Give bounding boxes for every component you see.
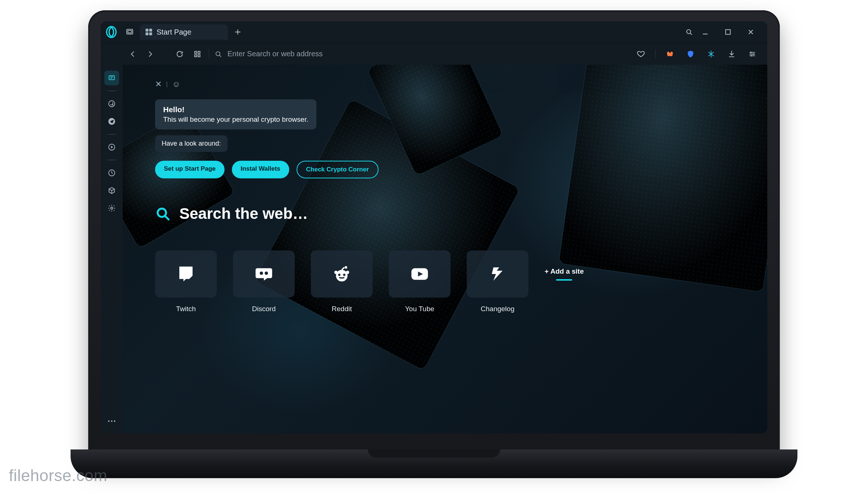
svg-point-22	[114, 420, 115, 422]
snowflake-extension-icon[interactable]	[705, 48, 717, 60]
address-bar[interactable]: Enter Search or web address	[214, 50, 630, 58]
svg-rect-7	[198, 51, 200, 53]
search-heading-text: Search the web…	[179, 205, 308, 223]
svg-point-21	[111, 420, 112, 422]
toolbar-separator	[655, 50, 656, 58]
sidebar-item-cube[interactable]	[104, 183, 119, 198]
speed-dial-icon	[146, 29, 152, 35]
tab-start-page[interactable]: Start Page	[140, 24, 228, 40]
laptop-base	[71, 449, 797, 478]
laptop-lid: Start Page	[88, 10, 780, 459]
workspaces-button[interactable]	[123, 26, 136, 38]
watermark-text: filehorse.com	[9, 466, 107, 485]
svg-point-12	[753, 53, 754, 55]
browser-chrome: Start Page	[101, 21, 767, 65]
opera-logo[interactable]	[103, 24, 120, 40]
changelog-icon	[488, 264, 507, 284]
sidebar-divider	[107, 90, 116, 91]
svg-point-15	[109, 101, 115, 107]
toolbar: Enter Search or web address	[101, 43, 767, 65]
svg-point-19	[111, 207, 113, 209]
greeting-bubble: Hello! This will become your personal cr…	[155, 99, 316, 129]
svg-rect-9	[198, 54, 200, 57]
greeting-hint: Have a look around:	[155, 135, 227, 152]
check-crypto-corner-button[interactable]: Check Crypto Corner	[297, 161, 379, 178]
sidebar	[101, 65, 123, 433]
sidebar-item-player[interactable]	[104, 140, 119, 154]
cta-row: Set up Start Page Instal Wallets Check C…	[155, 161, 744, 178]
search-icon	[214, 50, 222, 58]
sidebar-divider	[107, 134, 116, 135]
svg-point-27	[334, 271, 338, 274]
laptop-mockup: Start Page	[88, 10, 780, 478]
search-icon	[155, 206, 171, 221]
reload-button[interactable]	[173, 48, 186, 60]
downloads-button[interactable]	[725, 48, 738, 60]
greeting-subtitle: This will become your personal crypto br…	[163, 115, 308, 124]
speed-dial-discord[interactable]: Discord	[233, 250, 295, 313]
bookmark-heart-button[interactable]	[635, 48, 647, 60]
tab-strip: Start Page	[101, 21, 767, 43]
svg-point-4	[687, 30, 691, 34]
sidebar-item-history[interactable]	[104, 166, 119, 180]
greeting-card: Hello! This will become your personal cr…	[155, 99, 744, 178]
speed-dial-changelog[interactable]: Changelog	[467, 250, 528, 313]
svg-rect-6	[195, 51, 197, 53]
maximize-button[interactable]	[722, 26, 734, 38]
close-button[interactable]	[745, 26, 757, 38]
close-greeting-button[interactable]: ✕	[155, 79, 162, 89]
emoji-icon[interactable]: ☺	[172, 79, 180, 89]
speed-dial-reddit[interactable]: Reddit	[311, 250, 373, 313]
svg-point-24	[336, 270, 348, 282]
svg-point-1	[109, 28, 114, 36]
svg-rect-8	[195, 54, 197, 57]
install-wallets-button[interactable]: Instal Wallets	[232, 161, 289, 178]
setup-start-page-button[interactable]: Set up Start Page	[155, 161, 225, 178]
speed-dial-label: You Tube	[405, 305, 434, 313]
new-tab-button[interactable]	[232, 26, 244, 38]
tab-title: Start Page	[157, 28, 191, 36]
twitch-icon	[176, 264, 196, 284]
speed-dial-shortcut[interactable]	[191, 48, 204, 60]
svg-rect-5	[726, 30, 731, 35]
add-site-label: + Add a site	[545, 267, 584, 275]
svg-point-26	[343, 274, 345, 276]
sidebar-item-settings[interactable]	[104, 201, 119, 216]
sidebar-more-button[interactable]	[104, 416, 119, 427]
discord-icon	[254, 264, 274, 284]
shield-extension-icon[interactable]	[684, 48, 697, 60]
sidebar-divider	[107, 160, 116, 160]
svg-rect-14	[109, 76, 115, 80]
speed-dial-row: Twitch Discord Reddit You Tube	[155, 250, 744, 313]
speed-dial-twitch[interactable]: Twitch	[155, 250, 217, 313]
browser-window: Start Page	[101, 21, 767, 433]
greeting-toolbar: ✕ | ☺	[155, 79, 744, 89]
easy-setup-button[interactable]	[746, 48, 758, 60]
speed-dial-label: Changelog	[481, 305, 514, 313]
speed-dial-label: Discord	[252, 305, 276, 313]
svg-point-25	[338, 274, 340, 276]
back-button[interactable]	[126, 48, 139, 60]
sidebar-item-crypto[interactable]	[104, 71, 119, 85]
svg-rect-3	[128, 31, 132, 33]
window-controls	[699, 26, 764, 38]
svg-point-13	[751, 55, 752, 56]
speed-dial-label: Twitch	[176, 305, 196, 313]
address-placeholder: Enter Search or web address	[227, 50, 323, 58]
speed-dial-youtube[interactable]: You Tube	[389, 250, 451, 313]
sidebar-item-telegram[interactable]	[104, 114, 119, 129]
forward-button[interactable]	[144, 48, 157, 60]
reddit-icon	[332, 264, 352, 284]
speed-dial-label: Reddit	[332, 305, 352, 313]
youtube-icon	[410, 264, 430, 284]
search-tabs-button[interactable]	[683, 26, 695, 38]
minimize-button[interactable]	[699, 26, 711, 38]
svg-point-11	[750, 51, 752, 53]
svg-point-29	[345, 266, 347, 268]
search-heading[interactable]: Search the web…	[155, 205, 744, 223]
add-site-button[interactable]: + Add a site	[545, 250, 584, 298]
svg-point-20	[108, 420, 110, 422]
start-page-content: ✕ | ☺ Hello! This will become your perso…	[123, 65, 767, 433]
wallet-extension-icon[interactable]	[664, 48, 676, 60]
sidebar-item-whatsapp[interactable]	[104, 96, 119, 111]
